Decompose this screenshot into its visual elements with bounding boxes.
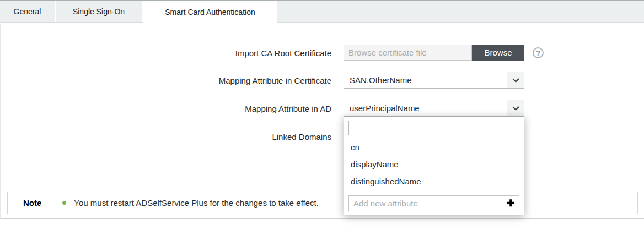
note-bullet-icon	[62, 201, 66, 205]
note-bar: Note You must restart ADSelfService Plus…	[7, 192, 638, 214]
mapping-attribute-in-ad-value: userPrincipalName	[344, 103, 507, 113]
tab-general-label: General	[14, 7, 41, 16]
certificate-file-input[interactable]	[344, 45, 472, 61]
plus-icon[interactable]: ✚	[502, 199, 519, 208]
tab-smart-card-authentication-label: Smart Card Authentication	[165, 8, 255, 17]
dropdown-item-list: cn displayName distinguishedName	[344, 139, 524, 190]
tab-single-sign-on[interactable]: Single Sign-On	[56, 1, 143, 22]
mapping-attribute-in-ad-label: Mapping Attribute in AD	[1, 104, 331, 113]
dropdown-search-input[interactable]	[348, 121, 519, 135]
linked-domains-label: Linked Domains	[1, 132, 331, 141]
note-text: You must restart ADSelfService Plus for …	[74, 198, 319, 208]
help-icon[interactable]: ?	[533, 47, 544, 58]
mapping-attribute-in-ad-select[interactable]: userPrincipalName	[344, 100, 524, 117]
tab-smart-card-authentication[interactable]: Smart Card Authentication	[143, 1, 277, 23]
add-new-attribute-field: ✚	[348, 195, 519, 211]
help-icon-glyph: ?	[536, 49, 540, 57]
dropdown-item-cn[interactable]: cn	[344, 139, 524, 156]
ad-attribute-dropdown-panel: cn displayName distinguishedName ✚	[344, 116, 524, 215]
mapping-attribute-in-certificate-select[interactable]: SAN.OtherName	[344, 72, 524, 89]
mapping-attribute-in-certificate-value: SAN.OtherName	[344, 75, 507, 85]
note-title: Note	[23, 198, 41, 208]
chevron-down-icon[interactable]	[507, 100, 524, 116]
browse-button[interactable]: Browse	[472, 45, 524, 61]
smart-card-settings-panel: Import CA Root Certificate Browse ? Mapp…	[0, 24, 644, 219]
tab-general[interactable]: General	[0, 1, 56, 22]
mapping-attribute-in-certificate-label: Mapping Attribute in Certificate	[1, 76, 331, 85]
dropdown-item-displayname[interactable]: displayName	[344, 156, 524, 173]
import-ca-root-certificate-label: Import CA Root Certificate	[1, 48, 331, 58]
dropdown-item-distinguishedname[interactable]: distinguishedName	[344, 173, 524, 190]
tab-bar: General Single Sign-On Smart Card Authen…	[0, 0, 644, 23]
chevron-down-icon[interactable]	[507, 72, 524, 88]
add-new-attribute-input[interactable]	[349, 196, 502, 211]
tab-single-sign-on-label: Single Sign-On	[73, 7, 125, 16]
